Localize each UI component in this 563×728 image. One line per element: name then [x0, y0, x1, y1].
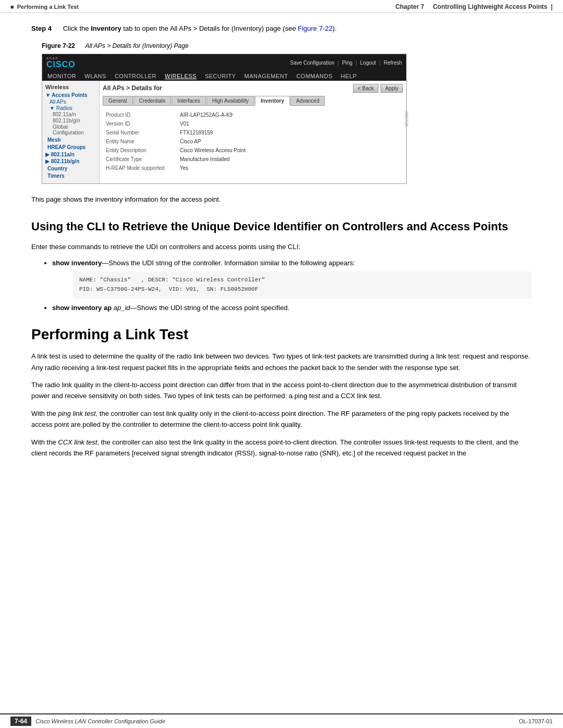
row-value-serial: FTX12189159 — [178, 129, 402, 137]
inventory-table: Product ID AIR-LAP1252AG-A-K9 Version ID… — [103, 110, 403, 173]
cisco-logo-top: ahah — [46, 56, 76, 60]
refresh-link[interactable]: Refresh — [384, 60, 402, 66]
sidebar-section-access-points[interactable]: ▼ Access Points — [45, 92, 96, 98]
tab-credentials[interactable]: Credentials — [133, 96, 172, 106]
table-row: Entity Description Cisco Wireless Access… — [104, 146, 402, 154]
cisco-logo-area: ahah CISCO — [46, 56, 76, 69]
step-label: Step 4 — [31, 24, 52, 32]
row-value-cert-type: Manufacture Installed — [178, 155, 402, 163]
row-label-entity-desc: Entity Description — [104, 146, 177, 154]
tab-general[interactable]: General — [103, 96, 133, 106]
cisco-tabs: General Credentials Interfaces High Avai… — [103, 96, 403, 106]
figure-link[interactable]: Figure 7-22 — [298, 24, 332, 32]
cli-bullet-2: show inventory ap ap_id—Shows the UDI st… — [52, 303, 532, 314]
guide-title: Cisco Wireless LAN Controller Configurat… — [35, 718, 165, 724]
row-label-cert-type: Certificate Type — [104, 155, 177, 163]
tab-advanced[interactable]: Advanced — [290, 96, 325, 106]
page-number: 7-64 — [10, 717, 31, 726]
row-label-serial: Serial Number — [104, 129, 177, 137]
sidebar-title: Wireless — [45, 84, 96, 90]
main-content: Step 4 Click the Inventory tab to open t… — [0, 13, 563, 476]
logout-link[interactable]: Logout — [360, 60, 376, 66]
ccx-link-test-italic: CCX link test — [58, 438, 97, 446]
black-square-icon: ■ — [10, 4, 14, 10]
table-row: Version ID V01 — [104, 120, 402, 128]
show-inventory-ap-bold: show inventory ap — [52, 304, 112, 312]
save-config-link[interactable]: Save Configuration — [290, 60, 334, 66]
cisco-nav: MONITOR WLANS CONTROLLER WIRELESS SECURI… — [42, 71, 406, 81]
sidebar-item-radios[interactable]: ▼ Radios — [45, 105, 96, 111]
sidebar-sub-global-config[interactable]: Global Configuration — [45, 124, 96, 135]
row-value-hreap-mode: Yes — [178, 164, 402, 172]
tab-interfaces[interactable]: Interfaces — [172, 96, 206, 106]
table-row: Serial Number FTX12189159 — [104, 129, 402, 137]
link-test-para-2: The radio link quality in the client-to-… — [31, 379, 532, 402]
ping-link[interactable]: Ping — [342, 60, 352, 66]
nav-commands[interactable]: COMMANDS — [296, 73, 332, 79]
nav-help[interactable]: HELP — [341, 73, 357, 79]
sidebar-link-timers[interactable]: Timers — [45, 173, 96, 179]
cisco-logo: CISCO — [46, 60, 76, 69]
sidebar-sub-80211bgn[interactable]: 802.11b/g/n — [45, 118, 96, 124]
tab-high-availability[interactable]: High Availability — [206, 96, 254, 106]
nav-monitor[interactable]: MONITOR — [47, 73, 76, 79]
figure-caption: Figure 7-22 All APs > Details for (Inven… — [42, 42, 532, 50]
row-label-product-id: Product ID — [104, 111, 177, 119]
sidebar-item-all-aps[interactable]: All APs — [45, 99, 96, 105]
row-label-version-id: Version ID — [104, 120, 177, 128]
cisco-main-title: All APs > Details for — [103, 84, 162, 92]
cli-bullet-1: show inventory—Shows the UDI string of t… — [52, 258, 532, 299]
show-inventory-bold: show inventory — [52, 259, 102, 267]
ping-link-test-italic: ping link test — [58, 410, 95, 417]
cli-bullet-list: show inventory—Shows the UDI string of t… — [52, 258, 532, 314]
table-row: H-REAP Mode supported Yes — [104, 164, 402, 172]
cisco-ui-screenshot: ahah CISCO Save Configuration | Ping | L… — [42, 54, 407, 184]
footer-doc-num: OL-17037-01 — [519, 718, 553, 724]
apply-button[interactable]: Apply — [381, 84, 403, 93]
sidebar-sub-80211an[interactable]: 802.11a/n — [45, 112, 96, 117]
step-text: Click the Inventory tab to open the All … — [63, 24, 337, 32]
cisco-main-header: All APs > Details for < Back Apply — [103, 84, 403, 93]
nav-controller[interactable]: CONTROLLER — [115, 73, 156, 79]
link-test-para-4: With the CCX link test, the controller c… — [31, 437, 532, 459]
nav-wlans[interactable]: WLANS — [84, 73, 106, 79]
figure-container: Figure 7-22 All APs > Details for (Inven… — [42, 42, 532, 184]
page-header: ■ Performing a Link Test Chapter 7 Contr… — [0, 0, 563, 13]
chapter-title: Chapter 7 Controlling Lightweight Access… — [395, 3, 553, 10]
link-test-para-3: With the ping link test, the controller … — [31, 408, 532, 430]
sidebar-section-80211bgn[interactable]: ▶ 802.11b/g/n — [45, 158, 96, 164]
tab-inventory[interactable]: Inventory — [255, 96, 290, 106]
row-value-entity-name: Cisco AP — [178, 138, 402, 145]
code-block-1: NAME: "Chassis" , DESCR: "Cisco Wireless… — [73, 272, 532, 298]
cisco-sidebar: Wireless ▼ Access Points All APs ▼ Radio… — [42, 81, 100, 183]
cisco-top-links: Save Configuration | Ping | Logout | Ref… — [290, 60, 402, 66]
cisco-main-area: All APs > Details for < Back Apply Gener… — [100, 81, 406, 183]
sidebar-link-country[interactable]: Country — [45, 166, 96, 171]
sidebar-section-80211an[interactable]: ▶ 802.11a/n — [45, 152, 96, 157]
nav-security[interactable]: SECURITY — [205, 73, 236, 79]
cli-section-heading: Using the CLI to Retrieve the Unique Dev… — [31, 219, 532, 235]
figure-note: This page shows the inventory informatio… — [31, 194, 532, 205]
table-row: Entity Name Cisco AP — [104, 138, 402, 145]
row-label-entity-name: Entity Name — [104, 138, 177, 145]
back-button[interactable]: < Back — [353, 84, 378, 93]
breadcrumb: ■ Performing a Link Test — [10, 4, 79, 10]
page-footer: 7-64 Cisco Wireless LAN Controller Confi… — [0, 713, 563, 728]
nav-management[interactable]: MANAGEMENT — [244, 73, 288, 79]
ap-id-italic: ap_id — [114, 304, 130, 312]
footer-left: 7-64 Cisco Wireless LAN Controller Confi… — [10, 717, 165, 726]
link-test-heading: Performing a Link Test — [31, 326, 532, 343]
cisco-body: Wireless ▼ Access Points All APs ▼ Radio… — [42, 81, 406, 183]
step-intro: Step 4 Click the Inventory tab to open t… — [31, 23, 532, 34]
watermark: 250728 — [404, 110, 409, 126]
sidebar-link-hreap[interactable]: HREAP Groups — [45, 144, 96, 150]
row-value-version-id: V01 — [178, 120, 402, 128]
cisco-topbar: ahah CISCO Save Configuration | Ping | L… — [42, 54, 406, 71]
row-value-product-id: AIR-LAP1252AG-A-K9 — [178, 111, 402, 119]
row-value-entity-desc: Cisco Wireless Access Point — [178, 146, 402, 154]
table-row: Certificate Type Manufacture Installed — [104, 155, 402, 163]
table-row: Product ID AIR-LAP1252AG-A-K9 — [104, 111, 402, 119]
row-label-hreap-mode: H-REAP Mode supported — [104, 164, 177, 172]
sidebar-link-mesh[interactable]: Mesh — [45, 137, 96, 143]
nav-wireless[interactable]: WIRELESS — [165, 73, 197, 79]
